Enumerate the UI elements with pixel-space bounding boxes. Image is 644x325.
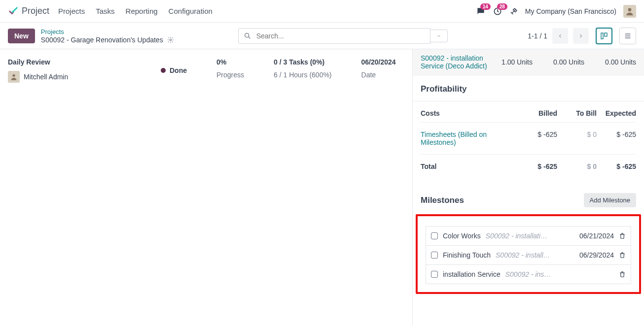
kanban-icon (600, 32, 608, 40)
chevron-left-icon (557, 33, 563, 39)
activity-badge: 28 (497, 3, 507, 10)
ts-expected: $ -625 (597, 130, 636, 146)
milestone-item[interactable]: Finishing Touch S00092 - install… 06/29/… (426, 245, 631, 265)
svg-point-3 (245, 33, 249, 37)
pager-prev[interactable] (552, 28, 568, 44)
actionbar: New Projects S00092 - Garage Renovation'… (0, 23, 644, 49)
breadcrumb: Projects S00092 - Garage Renovation's Up… (41, 28, 174, 44)
breadcrumb-title: S00092 - Garage Renovation's Updates (41, 36, 163, 44)
record-status: Done (161, 66, 187, 74)
search-field[interactable] (256, 32, 425, 40)
trash-icon[interactable] (619, 271, 626, 278)
col-billed: Billed (518, 109, 557, 117)
milestone-item[interactable]: installation Service S00092 - ins… (426, 264, 631, 284)
col-costs: Costs (421, 109, 518, 117)
milestones-header-row: Milestones Add Milestone (413, 183, 644, 214)
activity-icon[interactable]: 28 (493, 6, 502, 16)
prof-row-timesheets: Timesheets (Billed on Milestones) $ -625… (421, 123, 636, 154)
app-name: Project (22, 6, 49, 16)
milestone-ref: S00092 - install… (496, 251, 564, 259)
record-tasks: 0 / 3 Tasks (0%) (274, 58, 332, 66)
main-panel: Daily Review Mitchell Admin Done 0% Prog… (0, 49, 412, 325)
list-icon (624, 32, 632, 40)
user-avatar[interactable] (623, 5, 636, 18)
content: Daily Review Mitchell Admin Done 0% Prog… (0, 49, 644, 325)
milestone-date: 06/21/2024 (569, 232, 614, 240)
pager: 1-1 / 1 (528, 28, 636, 44)
nav-tasks[interactable]: Tasks (96, 7, 114, 15)
svg-rect-5 (605, 33, 607, 36)
total-tobill: $ 0 (557, 162, 597, 170)
company-selector[interactable]: My Company (San Francisco) (525, 7, 616, 15)
ts-tobill: $ 0 (557, 130, 597, 146)
new-button[interactable]: New (8, 29, 35, 43)
user-avatar-small (8, 71, 20, 83)
record-row[interactable]: Daily Review Mitchell Admin Done 0% Prog… (0, 49, 412, 92)
col-expected: Expected (597, 109, 636, 117)
record-progress-label: Progress (216, 71, 244, 79)
svg-point-1 (628, 8, 632, 11)
total-expected: $ -625 (597, 162, 636, 170)
status-dot-icon (161, 68, 166, 73)
nav-projects[interactable]: Projects (58, 7, 85, 15)
milestone-name: Color Works (443, 232, 481, 240)
milestone-item[interactable]: Color Works S00092 - installati… 06/21/2… (426, 226, 631, 246)
search-icon (244, 32, 251, 40)
side-line-item: S00092 - installation Service (Deco Addi… (413, 49, 644, 75)
chevron-down-icon (436, 33, 441, 38)
record-user-name: Mitchell Admin (24, 73, 68, 81)
gear-icon[interactable] (167, 36, 174, 43)
prof-row-total: Total $ -625 $ 0 $ -625 (421, 154, 636, 178)
record-user: Mitchell Admin (8, 71, 131, 83)
svg-point-6 (12, 74, 15, 77)
timesheets-link[interactable]: Timesheets (Billed on Milestones) (421, 130, 518, 146)
side-unit-3: 0.00 Units (599, 58, 636, 66)
pager-next[interactable] (573, 28, 589, 44)
nav-configuration[interactable]: Configuration (169, 7, 213, 15)
nav-reporting[interactable]: Reporting (126, 7, 158, 15)
milestones-list: Color Works S00092 - installati… 06/21/2… (416, 214, 641, 294)
app-logo[interactable]: Project (8, 6, 49, 17)
trash-icon[interactable] (619, 252, 626, 259)
svg-rect-4 (601, 33, 603, 39)
record-hours: 6 / 1 Hours (600%) (274, 71, 332, 79)
pager-text: 1-1 / 1 (528, 32, 547, 40)
milestone-date: 06/29/2024 (569, 251, 614, 259)
ts-billed: $ -625 (518, 130, 557, 146)
milestones-header: Milestones (421, 195, 464, 205)
profitability-header: Profitability (413, 75, 644, 101)
total-label: Total (421, 162, 518, 170)
milestone-checkbox[interactable] (431, 271, 438, 278)
chevron-right-icon (578, 33, 584, 39)
record-date-label: Date (361, 71, 396, 79)
side-item-link[interactable]: S00092 - installation Service (Deco Addi… (421, 54, 496, 70)
view-kanban[interactable] (596, 28, 612, 44)
record-progress: 0% (216, 58, 244, 66)
side-unit-2: 0.00 Units (547, 58, 584, 66)
messaging-icon[interactable]: 14 (476, 6, 486, 16)
tools-icon[interactable] (509, 7, 518, 16)
total-billed: $ -625 (518, 162, 557, 170)
milestone-name: Finishing Touch (443, 251, 491, 259)
check-icon (8, 6, 19, 17)
breadcrumb-projects[interactable]: Projects (41, 28, 174, 35)
col-tobill: To Bill (557, 109, 597, 117)
milestone-checkbox[interactable] (431, 232, 438, 239)
add-milestone-button[interactable]: Add Milestone (584, 193, 636, 207)
view-list[interactable] (619, 28, 636, 44)
prof-header-row: Costs Billed To Bill Expected (421, 101, 636, 123)
topbar-right: 14 28 My Company (San Francisco) (476, 5, 636, 18)
profitability-table: Costs Billed To Bill Expected Timesheets… (413, 101, 644, 178)
topbar: Project Projects Tasks Reporting Configu… (0, 0, 644, 23)
record-date: 06/20/2024 (361, 58, 396, 66)
side-panel: S00092 - installation Service (Deco Addi… (412, 49, 644, 325)
milestone-ref: S00092 - ins… (505, 270, 564, 278)
record-title: Daily Review (8, 58, 131, 66)
trash-icon[interactable] (619, 232, 626, 239)
milestone-ref: S00092 - installati… (486, 232, 564, 240)
svg-point-2 (170, 39, 172, 41)
side-unit-1: 1.00 Units (496, 58, 533, 66)
search-input[interactable] (238, 28, 430, 44)
search-dropdown[interactable] (430, 30, 448, 42)
milestone-checkbox[interactable] (431, 252, 438, 259)
